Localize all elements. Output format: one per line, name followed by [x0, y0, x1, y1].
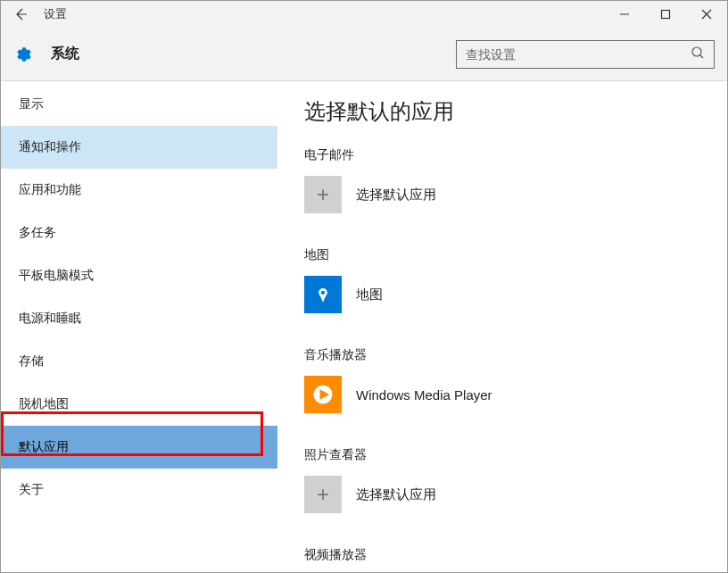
app-label: 选择默认应用 — [356, 187, 436, 203]
close-button[interactable] — [686, 1, 727, 28]
svg-rect-1 — [662, 11, 670, 19]
search-icon — [691, 46, 705, 63]
window-title: 设置 — [44, 6, 67, 22]
sidebar-item-display[interactable]: 显示 — [1, 83, 277, 126]
page-header-title: 系统 — [51, 45, 79, 63]
back-button[interactable] — [13, 7, 28, 21]
sidebar-item-multitasking[interactable]: 多任务 — [1, 212, 277, 254]
wmp-icon — [304, 376, 342, 413]
app-row-photo[interactable]: + 选择默认应用 — [304, 476, 700, 513]
app-label: 选择默认应用 — [356, 486, 436, 503]
section-music: 音乐播放器 Windows Media Player — [304, 347, 700, 413]
section-video: 视频播放器 — [304, 547, 700, 563]
content-area: 选择默认的应用 电子邮件 + 选择默认应用 地图 地图 音乐播放器 — [277, 81, 727, 572]
sidebar-item-tablet[interactable]: 平板电脑模式 — [1, 254, 277, 297]
svg-point-5 — [321, 291, 325, 295]
app-label: 地图 — [356, 286, 383, 303]
sidebar-item-notifications[interactable]: 通知和操作 — [1, 126, 277, 169]
section-title: 音乐播放器 — [304, 347, 700, 363]
header: 系统 — [1, 28, 727, 81]
maximize-button[interactable] — [645, 1, 686, 28]
sidebar-item-defaultapps[interactable]: 默认应用 — [1, 426, 277, 469]
sidebar: 显示 通知和操作 应用和功能 多任务 平板电脑模式 电源和睡眠 存储 脱机地图 … — [1, 81, 277, 572]
search-box[interactable] — [456, 40, 715, 69]
minimize-button[interactable] — [604, 1, 645, 28]
svg-point-2 — [692, 47, 701, 56]
section-title: 照片查看器 — [304, 447, 700, 463]
section-title: 电子邮件 — [304, 147, 700, 163]
section-photo: 照片查看器 + 选择默认应用 — [304, 447, 700, 513]
plus-icon: + — [304, 476, 342, 513]
page-title: 选择默认的应用 — [304, 97, 700, 126]
search-input[interactable] — [466, 47, 691, 62]
plus-icon: + — [304, 176, 342, 213]
sidebar-item-about[interactable]: 关于 — [1, 469, 277, 511]
section-title: 地图 — [304, 247, 700, 263]
maps-icon — [304, 276, 342, 313]
app-row-maps[interactable]: 地图 — [304, 276, 700, 313]
section-maps: 地图 地图 — [304, 247, 700, 313]
svg-line-3 — [700, 55, 703, 58]
sidebar-item-offlinemaps[interactable]: 脱机地图 — [1, 383, 277, 426]
sidebar-item-apps[interactable]: 应用和功能 — [1, 169, 277, 212]
app-row-music[interactable]: Windows Media Player — [304, 376, 700, 413]
titlebar: 设置 — [1, 1, 727, 28]
gear-icon — [13, 44, 35, 65]
section-email: 电子邮件 + 选择默认应用 — [304, 147, 700, 213]
app-label: Windows Media Player — [356, 387, 492, 403]
section-title: 视频播放器 — [304, 547, 700, 563]
sidebar-item-storage[interactable]: 存储 — [1, 340, 277, 383]
sidebar-item-power[interactable]: 电源和睡眠 — [1, 297, 277, 340]
app-row-email[interactable]: + 选择默认应用 — [304, 176, 700, 213]
